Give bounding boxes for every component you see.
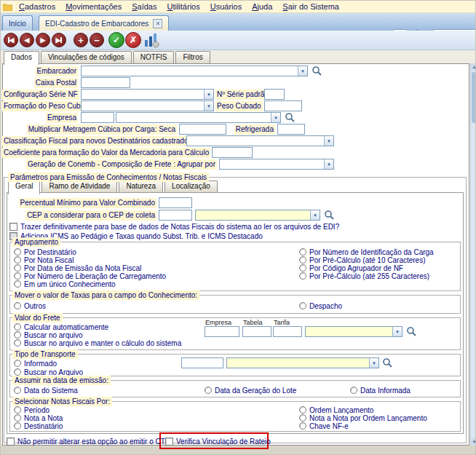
prev-record-button[interactable]: ◀ [20,33,34,47]
radio-buscar-manter-calculo[interactable]: Buscar no arquivo e manter o cálculo do … [14,339,181,347]
folder-icon [3,3,12,11]
check-nao-permitir[interactable]: Não permitir alterar esta opção ao emiti… [7,437,173,446]
check-verifica-vinculacao[interactable]: Verifica Vinculação de Rateio [165,437,271,446]
cep-lookup-icon[interactable] [324,210,335,221]
menu-item-utilitarios[interactable]: Utilitários [162,1,205,12]
main-tab-control: Dados Vinculações de códigos NOTFIS Filt… [4,51,212,64]
radio-pre-calculo-255[interactable]: Por Pré-Cálculo (até 255 Caracteres) [299,272,429,280]
add-record-button[interactable]: + [74,33,88,47]
radio-label: Nota a Nota [24,414,63,422]
dropdown-arrow-icon[interactable]: ▼ [392,327,402,336]
metragem-refrigerada-input[interactable] [277,124,305,135]
tab-dados[interactable]: Dados [4,51,39,65]
tab-vinculacoes[interactable]: Vinculações de códigos [41,51,132,64]
dropdown-arrow-icon[interactable]: ▼ [369,358,378,368]
geracao-conemb-combo[interactable]: ▼ [219,159,334,170]
menu-item-saidas[interactable]: Saídas [127,1,162,12]
dropdown-arrow-icon[interactable]: ▼ [324,159,333,169]
embarcador-combo[interactable]: ▼ [81,66,308,76]
dropdown-arrow-icon[interactable]: ▼ [310,210,320,220]
scrollbar-thumb[interactable] [472,72,476,123]
check-trazer-label: Trazer definitivamente para base de dado… [20,223,339,231]
radio-icon [299,248,306,256]
cep-input[interactable] [159,210,192,221]
peso-cubado-label-box: Peso Cubado [215,101,261,111]
empresa-code-input[interactable] [81,112,114,123]
num-serie-input[interactable] [264,89,285,100]
menu-item-movimentacoes[interactable]: Movimentações [60,1,127,12]
radio-chave-nfe[interactable]: Chave NF-e [299,422,349,430]
radio-icon [299,422,306,430]
tab-inicio[interactable]: Início [2,15,33,31]
menu-item-ajuda[interactable]: Ajuda [247,1,277,12]
transporte-combo[interactable]: ▼ [226,357,379,368]
radio-icon [14,360,21,367]
radio-data-informada[interactable]: Data Informada [350,386,410,395]
last-record-button[interactable]: ▶ [52,33,66,47]
check-nao-permitir-label: Não permitir alterar esta opção ao emiti… [17,438,173,446]
cep-combo[interactable]: ▼ [195,210,320,221]
frete-lookup-icon[interactable] [406,326,417,337]
radio-label: Por Destinatário [24,248,76,256]
radio-icon [14,272,21,280]
next-record-button[interactable]: ▶ [36,33,50,47]
menu-item-cadastros[interactable]: Cadastros [14,1,60,12]
menu-item-sair[interactable]: Sair do Sistema [277,1,344,12]
dropdown-arrow-icon[interactable]: ▼ [298,66,307,76]
peso-cubado-label: Peso Cubado [215,101,263,111]
frete-empresa-input[interactable] [205,326,239,337]
dropdown-arrow-icon[interactable]: ▼ [204,90,213,99]
radio-icon [14,406,21,414]
tab-filtros[interactable]: Filtros [175,51,210,64]
frete-tarifa-combo[interactable]: ▼ [305,326,402,337]
percentual-input[interactable] [159,197,192,208]
dropdown-arrow-icon[interactable]: ▼ [271,113,280,122]
scroll-up-icon[interactable]: ▲ [471,63,476,71]
metragem-seca-input[interactable] [179,124,226,135]
radio-informado[interactable]: Informado [14,359,57,368]
tab-natureza[interactable]: Natureza [119,181,163,192]
caixa-postal-input[interactable] [81,77,130,88]
tab-ramo-atividade[interactable]: Ramo de Atividade [41,181,117,192]
tab-localizacao[interactable]: Localização [164,181,218,192]
radio-label: Outros [24,302,46,310]
radio-label: Por Código Agrupador de NF [309,264,403,272]
scroll-down-icon[interactable]: ▼ [471,438,476,446]
dropdown-arrow-icon[interactable]: ▼ [204,101,213,111]
first-record-button[interactable]: ◀ [4,33,18,47]
empresa-lookup-icon[interactable] [285,112,295,123]
radio-icon [14,387,21,394]
radio-label: Data da Geração do Lote [215,387,296,395]
radio-icon [299,272,306,280]
tab-notfis[interactable]: NOTFIS [133,51,175,64]
radio-destinatario[interactable]: Destinatário [14,422,63,430]
chart-config-button[interactable] [143,33,159,48]
close-icon[interactable]: ✕ [153,19,162,28]
confirm-button[interactable]: ✓ [108,32,124,48]
radio-unico-conhecimento[interactable]: Em um único Conhecimento [14,280,116,288]
formacao-peso-combo[interactable]: ▼ [81,100,214,111]
radio-despacho[interactable]: Despacho [299,301,342,310]
radio-data-sistema[interactable]: Data do Sistema [14,386,78,395]
remove-record-button[interactable]: − [90,33,104,47]
transporte-lookup-icon[interactable] [382,357,393,368]
coeficiente-input[interactable] [212,147,253,158]
tab-geral[interactable]: Geral [8,181,40,194]
check-trazer[interactable]: Trazer definitivamente para base de dado… [9,222,339,231]
class-fiscal-combo[interactable]: ▼ [186,135,334,146]
transporte-codigo-input[interactable] [181,357,223,368]
embarcador-lookup-icon[interactable] [312,66,322,76]
empresa-combo[interactable]: ▼ [116,112,281,123]
tab-edi-cadastro[interactable]: EDI-Cadastro de Embarcadores ✕ [39,15,169,31]
dropdown-arrow-icon[interactable]: ▼ [324,136,333,146]
radio-icon [14,323,21,331]
frete-tarifa-input[interactable] [273,326,302,337]
frete-tabela-input[interactable] [242,326,271,337]
cancel-button[interactable]: ✗ [125,32,141,48]
radio-data-geracao-lote[interactable]: Data da Geração do Lote [205,386,296,395]
radio-outros[interactable]: Outros [14,301,46,310]
config-serie-combo[interactable]: ▼ [81,89,214,100]
vertical-scrollbar[interactable]: ▲ ▼ [470,63,476,446]
menu-item-usuarios[interactable]: Usuários [205,1,247,12]
peso-cubado-input[interactable] [264,100,302,111]
